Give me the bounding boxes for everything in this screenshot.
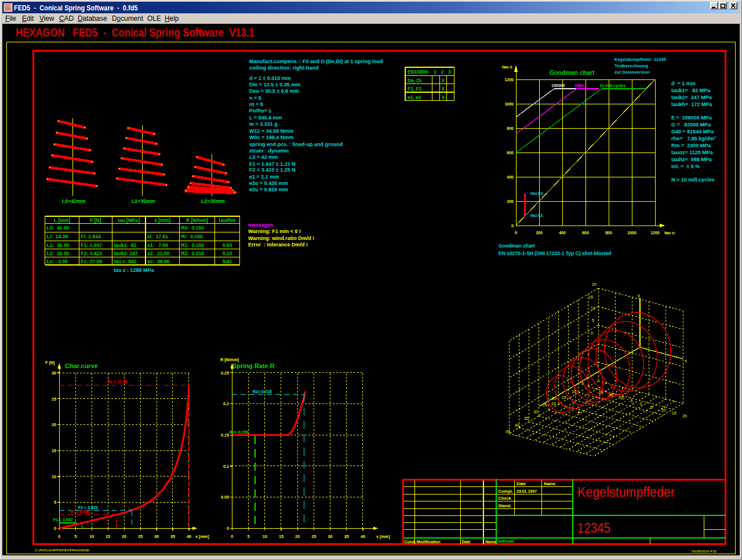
svg-text:600: 600 (507, 151, 514, 155)
svg-text:10: 10 (661, 408, 665, 412)
svg-text:x: x (685, 358, 687, 363)
svg-text:s2: 22.00: s2: 22.00 (147, 250, 170, 256)
svg-text:0: 0 (511, 224, 514, 228)
svg-text:Name: Name (485, 540, 496, 544)
svg-text:15: 15 (672, 411, 676, 415)
svg-text:600: 600 (582, 231, 589, 235)
svg-text:1000: 1000 (627, 231, 636, 235)
svg-text:e1, e2: e1, e2 (408, 94, 421, 100)
svg-text:10: 10 (263, 534, 267, 539)
svg-text:Name: Name (544, 481, 555, 486)
svg-text:Warning: wind.ratio Dm/d !: Warning: wind.ratio Dm/d ! (248, 235, 314, 241)
svg-text:400: 400 (507, 175, 514, 179)
svg-text:tauk2: 247: tauk2: 247 (114, 250, 138, 256)
svg-text:Testberechnung: Testberechnung (614, 63, 648, 68)
svg-text:sc: 39.96: sc: 39.96 (147, 259, 170, 264)
svg-text:800: 800 (507, 126, 514, 130)
svg-text:F2: 3.423: F2: 3.423 (81, 250, 103, 256)
svg-text:R0: 0.150: R0: 0.150 (181, 225, 204, 231)
svg-text:L0: 42.00: L0: 42.00 (47, 225, 70, 231)
svg-text:5: 5 (74, 534, 77, 539)
svg-text:15: 15 (52, 448, 56, 453)
svg-text:R2: 0.215: R2: 0.215 (181, 250, 204, 256)
svg-text:0.1: 0.1 (223, 464, 229, 469)
svg-text:HEXAGON FED5 - Conical Spr: HEXAGON FED5 - Conical Spring Software V… (16, 26, 254, 39)
svg-text:Error : tolerance Dm/d !: Error : tolerance Dm/d ! (248, 242, 308, 248)
svg-text:Li: 24.39: Li: 24.39 (47, 234, 68, 239)
svg-text:12345: 12345 (577, 521, 610, 536)
svg-text:200: 200 (536, 231, 543, 235)
svg-text:s [mm]: s [mm] (376, 534, 390, 539)
svg-text:-15: -15 (608, 393, 613, 397)
svg-text:y: y (638, 293, 640, 298)
svg-text:Fi: 2.644: Fi: 2.644 (81, 234, 101, 239)
svg-text:Check: Check (499, 496, 512, 501)
svg-text:1200: 1200 (504, 78, 514, 82)
svg-text:F [N]: F [N] (45, 360, 54, 365)
svg-text:Lc: 2.05: Lc: 2.05 (47, 259, 68, 264)
svg-text:L1: 35.00: L1: 35.00 (47, 242, 70, 248)
svg-text:tauoz= 1120 MPa: tauoz= 1120 MPa (671, 150, 714, 155)
svg-text:d = 1 ± 0.015 mm: d = 1 ± 0.015 mm (249, 75, 291, 81)
svg-text:0: 0 (231, 534, 233, 539)
svg-text:Fi = 2.644: Fi = 2.644 (71, 510, 89, 514)
svg-text:100000: 100000 (551, 83, 565, 88)
svg-text:20: 20 (295, 534, 300, 539)
svg-text:25: 25 (138, 534, 143, 539)
svg-text:Ri: 0.150: Ri: 0.150 (181, 234, 203, 239)
svg-text:X: X (442, 78, 445, 83)
svg-text:Po/Pu= 1: Po/Pu= 1 (249, 108, 271, 114)
svg-text:Kegelstumpffeder: Kegelstumpffeder (577, 485, 675, 500)
svg-text:20: 20 (52, 422, 56, 427)
svg-text:EN15800-: EN15800- (408, 69, 430, 75)
svg-text:rho= 7.85 kg/dm³: rho= 7.85 kg/dm³ (671, 136, 716, 141)
svg-text:0: 0 (591, 331, 593, 335)
svg-text:Spring Rate R: Spring Rate R (232, 362, 275, 369)
svg-text:R2= 0.215: R2= 0.215 (253, 390, 272, 394)
svg-text:tau/Rm: tau/Rm (219, 217, 236, 223)
svg-text:Deu = 30.5 ± 0.6 mm: Deu = 30.5 ± 0.6 mm (249, 88, 299, 94)
svg-text:X: X (442, 86, 445, 92)
svg-text:F2 = 3.423: F2 = 3.423 (78, 506, 98, 510)
svg-text:10: 10 (52, 474, 56, 479)
svg-text:1Mio.: 1Mio. (574, 83, 585, 88)
svg-text:20: 20 (552, 397, 556, 401)
svg-text:30: 30 (52, 370, 56, 376)
svg-text:5: 5 (54, 500, 56, 505)
svg-text:Stand.: Stand. (499, 503, 512, 508)
svg-text:1000: 1000 (504, 102, 514, 106)
svg-text:strain : dynamic: strain : dynamic (249, 148, 289, 154)
svg-text:F1, F2: F1, F2 (408, 86, 422, 92)
svg-text:Manufact.compens. : F0 and D (: Manufact.compens. : F0 and D (De,Di) at … (249, 59, 383, 64)
svg-text:15: 15 (279, 534, 283, 539)
svg-text:-20: -20 (597, 390, 603, 394)
svg-text:45: 45 (505, 430, 510, 434)
svg-text:F1: 1.047: F1: 1.047 (81, 242, 103, 248)
svg-text:-10: -10 (619, 396, 624, 400)
svg-text:Dio = 12.5 ± 0.35 mm: Dio = 12.5 ± 0.35 mm (249, 82, 300, 88)
svg-text:0.25: 0.25 (221, 370, 229, 376)
svg-text:R [N/mm]: R [N/mm] (220, 357, 239, 362)
svg-text:messages: messages (248, 222, 274, 228)
svg-text:tauhz= 568 MPa: tauhz= 568 MPa (671, 157, 712, 162)
svg-text:G40 = 81544 MPa: G40 = 81544 MPa (671, 129, 714, 134)
svg-text:L0=42mm: L0=42mm (62, 198, 86, 204)
svg-text:m = 3.331 g: m = 3.331 g (249, 121, 278, 127)
svg-text:tau u: tau u (664, 230, 675, 235)
svg-text:35: 35 (524, 416, 529, 420)
svg-text:n = 6: n = 6 (249, 95, 261, 101)
svg-text:2: 2 (441, 69, 444, 75)
svg-text:e2o = 0.435 mm: e2o = 0.435 mm (249, 180, 288, 186)
svg-text:40: 40 (187, 534, 191, 539)
svg-text:0: 0 (515, 231, 517, 235)
svg-text:EN 10270-1-SH (DIN 17223-1 Typ: EN 10270-1-SH (DIN 17223-1 Typ C) shot-b… (499, 250, 611, 256)
svg-text:0: 0 (640, 402, 642, 406)
svg-text:Char.curve: Char.curve (65, 362, 98, 369)
svg-text:15: 15 (562, 395, 566, 399)
svg-text:29.01.1997: 29.01.1997 (517, 489, 537, 493)
svg-text:L2: 20.00: L2: 20.00 (47, 250, 70, 256)
svg-text:E = 206000 MPa: E = 206000 MPa (671, 115, 712, 121)
svg-text:tau o: tau o (502, 64, 512, 70)
svg-text:d = 1 mm: d = 1 mm (671, 81, 696, 86)
svg-text:W12 = 34.58 Nmm: W12 = 34.58 Nmm (249, 128, 293, 134)
